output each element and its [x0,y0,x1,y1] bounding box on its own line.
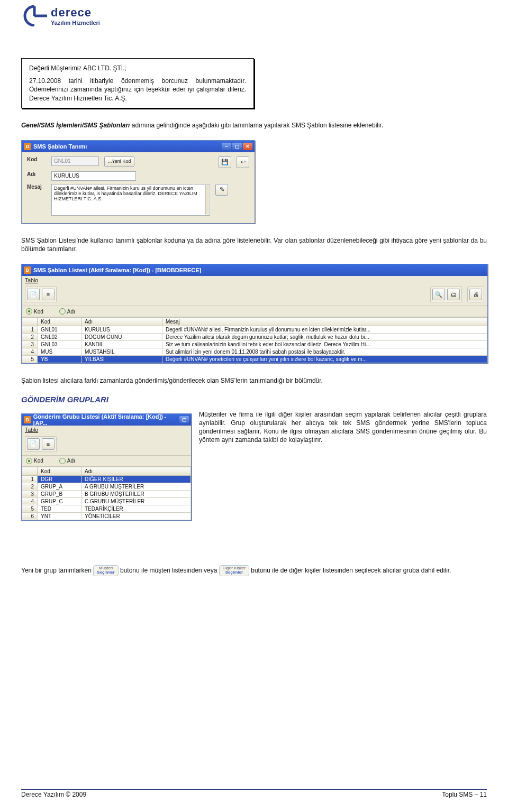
radio-kod[interactable]: Kod [26,308,43,315]
intro-paragraph: Genel/SMS İşlemleri/SMS Şablonları adımı… [21,121,487,130]
radio-adi[interactable]: Adı [59,458,75,464]
sample-sms-box: Değerli Müşterimiz ABC LTD. ŞTİ.; 27.10.… [21,58,254,108]
diger-kisiler-secimler-button[interactable]: Diğer Kişiler Seçimler [219,565,249,577]
table-row[interactable]: 5YBYILBASIDeğerli #UNVAN# yöneticileri v… [22,356,487,363]
textarea-mesaj[interactable]: Degerli #UNVAN# ailesi, Firmanizin kurul… [51,184,210,216]
input-kod[interactable]: GNL01 [51,156,99,166]
app-icon: D [24,266,31,274]
table-row[interactable]: 3GRUP_BB GRUBU MÜŞTERİLER [22,490,191,497]
table-row[interactable]: 2GRUP_AA GRUBU MÜŞTERİLER [22,483,191,490]
radio-adi[interactable]: Adı [59,308,75,315]
footer-divider [21,789,487,790]
col-kod[interactable]: Kod [38,318,81,326]
col-kod[interactable]: Kod [38,467,81,475]
table-row[interactable]: 4MUSMUSTAHSILSut alimlari icin yeni done… [22,348,487,356]
sms-template-definition-window: D SMS Şablon Tanımı – ▢ ✕ Kod GNL01 ...Y… [21,140,255,224]
window-maximize-icon[interactable]: ▢ [179,416,189,423]
toolbar: 📄 ≡ 🔍 🗂 🖨 [22,283,487,306]
edit-record-icon[interactable]: ≡ [42,289,55,300]
table-row[interactable]: 4GRUP_CC GRUBU MÜŞTERİLER [22,497,191,505]
scrollbar-icon[interactable] [205,185,209,215]
new-code-button[interactable]: ...Yeni Kod [104,156,134,167]
app-icon: D [24,143,31,150]
footer-left: Derece Yazılım © 2009 [21,791,86,798]
col-adi[interactable]: Adı [81,318,162,326]
menu-tablo[interactable]: Tablo [25,427,38,433]
group-table: Kod Adı 1DGRDİĞER KİŞİLER 2GRUP_AA GRUBU… [22,467,191,520]
send-group-list-window: D Gönderim Grubu Listesi (Aktif Sıralama… [21,413,192,521]
after-list-para: Şablon listesi alıcılara farklı zamanlar… [21,376,487,385]
revert-icon[interactable]: ↩ [237,156,249,168]
logo-glyph-icon [21,5,48,26]
sms-template-list-window: D SMS Şablon Listesi (Aktif Sıralama: [K… [21,264,488,364]
print-icon[interactable]: 🖨 [469,289,482,300]
table-row[interactable]: 3GNL03KANDILSiz ve tum calisanlarinizin … [22,341,487,348]
gonderim-description: Müşteriler ve firma ile ilgili diğer kiş… [199,410,487,445]
list-window-title: SMS Şablon Listesi (Aktif Sıralama: [Kod… [33,267,201,273]
group-window-title: Gönderim Grubu Listesi (Aktif Sıralama: … [33,413,179,426]
logo-sub: Yazılım Hizmetleri [51,20,100,26]
table-row[interactable]: 2GNL02DOGUM GUNUDerece Yazilim ailesi ol… [22,334,487,341]
sample-sms-body: 27.10.2008 tarihi itibariyle ödenmemiş b… [29,77,246,103]
sample-sms-greeting: Değerli Müşterimiz ABC LTD. ŞTİ.; [29,64,246,72]
intro-menu-path: Genel/SMS İşlemleri/SMS Şablonları [21,122,130,129]
section-gonderim-gruplari: GÖNDERİM GRUPLARI [21,395,487,404]
new-record-icon[interactable]: 📄 [27,289,40,300]
new-record-icon[interactable]: 📄 [27,438,40,450]
logo-brand: derece [51,6,100,20]
template-table: Kod Adı Mesaj 1GNL01KURULUSDegerli #UNVA… [22,317,487,363]
brand-logo: derece Yazılım Hizmetleri [21,5,487,26]
properties-icon[interactable]: 🗂 [447,289,460,300]
col-adi[interactable]: Adı [81,467,191,475]
label-mesaj: Mesaj [27,184,46,190]
preview-icon[interactable]: 🔍 [432,289,445,300]
input-adi[interactable]: KURULUS [51,171,136,181]
col-mesaj[interactable]: Mesaj [162,318,487,326]
def-window-title: SMS Şablon Tanımı [33,143,87,150]
bottom-paragraph: Yeni bir grup tanımlarken Müşteri Seçiml… [21,565,487,577]
expand-editor-icon[interactable]: ✎ [215,184,228,196]
label-kod: Kod [27,156,46,162]
mid-paragraph: SMS Şablon Listesi'nde kullanıcı tanımlı… [21,236,487,253]
window-maximize-icon[interactable]: ▢ [232,143,242,150]
window-close-icon[interactable]: ✕ [243,143,252,150]
label-adi: Adı [27,171,46,177]
save-icon[interactable]: 💾 [219,156,231,168]
menu-tablo[interactable]: Tablo [25,277,38,283]
edit-record-icon[interactable]: ≡ [42,438,55,450]
radio-kod[interactable]: Kod [26,458,43,464]
table-row[interactable]: 1GNL01KURULUSDegerli #UNVAN# ailesi, Fir… [22,326,487,334]
musteri-secimler-button[interactable]: Müşteri Seçimler [93,565,118,577]
table-row[interactable]: 6YNTYÖNETİCİLER [22,512,191,520]
footer-right: Toplu SMS – 11 [442,791,487,798]
window-minimize-icon[interactable]: – [222,143,231,150]
table-row[interactable]: 5TEDTEDARİKÇİLER [22,505,191,512]
table-row[interactable]: 1DGRDİĞER KİŞİLER [22,475,191,483]
app-icon: D [24,416,31,423]
